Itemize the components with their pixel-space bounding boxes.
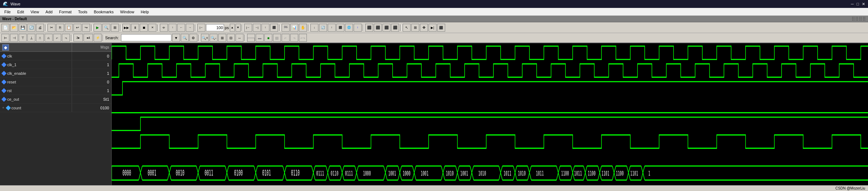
- tb-btn-f[interactable]: 📊: [290, 24, 298, 32]
- sim-btn2[interactable]: ⏸: [131, 24, 139, 32]
- menu-tools[interactable]: Tools: [75, 9, 90, 15]
- drag-btn[interactable]: ✥: [420, 24, 428, 32]
- add-cursor1[interactable]: 3▸: [73, 34, 83, 42]
- wave-btn1[interactable]: ⌯: [160, 24, 168, 32]
- cursor-btn3[interactable]: ↑: [328, 24, 336, 32]
- zoom-out-btn[interactable]: 🔍-: [210, 34, 218, 42]
- menu-format[interactable]: Format: [56, 9, 75, 15]
- more-btn[interactable]: ⬛: [437, 24, 445, 32]
- menu-help[interactable]: Help: [138, 9, 152, 15]
- add-cursor2[interactable]: ◂4: [84, 34, 93, 42]
- signal-name-clk: clk: [0, 52, 72, 60]
- expand-icon-count[interactable]: +: [2, 106, 4, 110]
- nav-btn4[interactable]: ⬛: [391, 24, 399, 32]
- nav-btn3[interactable]: ⬛: [382, 24, 390, 32]
- zoom-fit-btn[interactable]: ⊞: [218, 34, 226, 42]
- zoom-custom-btn[interactable]: ↔: [236, 34, 243, 42]
- add-cursor3[interactable]: ⚡: [94, 34, 102, 42]
- sim-btn1[interactable]: ▶▶: [122, 24, 130, 32]
- sim-btn3[interactable]: ⏹: [140, 24, 148, 32]
- menu-window[interactable]: Window: [117, 9, 137, 15]
- align-btn3[interactable]: ⊤: [19, 34, 27, 42]
- search-go1[interactable]: 🔍: [181, 34, 189, 42]
- waveform-style7[interactable]: ⌐¬: [299, 34, 307, 42]
- wave-btn4[interactable]: →: [186, 24, 194, 32]
- wave-shape1[interactable]: ⎍: [36, 34, 44, 42]
- minimize-button[interactable]: ─: [851, 2, 854, 6]
- tb-btn-e[interactable]: 🏁: [282, 24, 290, 32]
- paste-button[interactable]: 📋: [65, 24, 73, 32]
- waveform-style6[interactable]: ¬: [290, 34, 298, 42]
- signal-row-reset[interactable]: reset 0: [0, 78, 111, 86]
- menu-edit[interactable]: Edit: [14, 9, 27, 15]
- tb-btn-c[interactable]: ↑: [261, 24, 269, 32]
- waveform-area[interactable]: 0000 0001 0010 0011: [112, 43, 868, 185]
- cursor-btn6[interactable]: ↑: [354, 24, 362, 32]
- cursor-btn1[interactable]: ↓: [310, 24, 318, 32]
- redo-button[interactable]: ↪: [82, 24, 90, 32]
- open-button[interactable]: 📂: [10, 24, 18, 32]
- resize-handle[interactable]: ⠿⠿⠿⠿: [851, 16, 866, 22]
- wave-btn2[interactable]: ↑: [169, 24, 176, 32]
- zoom-area-btn[interactable]: ⊞: [411, 24, 419, 32]
- menu-bookmarks[interactable]: Bookmarks: [91, 9, 116, 15]
- zoom-full-btn[interactable]: ⊟: [227, 34, 235, 42]
- wave-shape2[interactable]: ⎌: [45, 34, 53, 42]
- search-dropdown[interactable]: ▼: [172, 34, 180, 42]
- signal-row-ce-out[interactable]: ce_out St1: [0, 95, 111, 104]
- wave-shape4[interactable]: ¬: [62, 34, 70, 42]
- signal-row-clk[interactable]: clk 0: [0, 52, 111, 60]
- insert-btn[interactable]: ▶|: [429, 24, 437, 32]
- nav-btn1[interactable]: ⬛: [365, 24, 373, 32]
- nav-btn2[interactable]: ⬛: [374, 24, 382, 32]
- cut-button[interactable]: ✂: [48, 24, 55, 32]
- tb-btn-b[interactable]: →|: [253, 24, 261, 32]
- time-up-btn[interactable]: ▲: [230, 24, 235, 32]
- tb-btn-a[interactable]: |←: [244, 24, 252, 32]
- signal-name-clk-enable: clk_enable: [0, 69, 72, 77]
- waveform-style5[interactable]: ⌐: [282, 34, 290, 42]
- sep2: [91, 24, 93, 32]
- search-input[interactable]: [121, 34, 171, 41]
- align-btn2[interactable]: ⊣: [10, 34, 18, 42]
- zoom-in-btn[interactable]: 🔍+: [201, 34, 209, 42]
- cursor-btn4[interactable]: ⬛: [336, 24, 344, 32]
- print-button[interactable]: 🖨: [36, 24, 44, 32]
- time-down-btn[interactable]: ▼: [236, 24, 241, 32]
- pointer-btn[interactable]: ↖: [403, 24, 411, 32]
- cursor-btn2[interactable]: 🔄: [319, 24, 327, 32]
- find-button[interactable]: 🔍: [102, 24, 110, 32]
- align-btn1[interactable]: ⊢: [1, 34, 9, 42]
- wave-btn3[interactable]: ←: [177, 24, 185, 32]
- signal-row-clk1[interactable]: clk_1 1: [0, 60, 111, 69]
- time-btn1[interactable]: |←: [197, 24, 205, 32]
- new-button[interactable]: 📄: [1, 24, 9, 32]
- time-input[interactable]: [206, 24, 224, 31]
- waveform-style1[interactable]: ┌─┐: [247, 34, 255, 42]
- close-button[interactable]: ✕: [862, 2, 865, 6]
- menu-file[interactable]: File: [1, 9, 14, 15]
- signal-row-rst[interactable]: rst 1: [0, 86, 111, 95]
- cursor-btn5[interactable]: 🌐: [345, 24, 353, 32]
- menu-bar: File Edit View Add Format Tools Bookmark…: [0, 8, 868, 16]
- grid-button[interactable]: ⊞: [111, 24, 119, 32]
- menu-view[interactable]: View: [28, 9, 42, 15]
- tb-btn-d[interactable]: ⬛: [270, 24, 278, 32]
- signal-row-count[interactable]: + count 0100: [0, 104, 111, 112]
- copy-button[interactable]: ⎘: [56, 24, 64, 32]
- align-btn4[interactable]: ⊥: [27, 34, 35, 42]
- waveform-style3[interactable]: ■: [264, 34, 272, 42]
- search-go2[interactable]: ⚙: [189, 34, 197, 42]
- run-button[interactable]: ▶: [94, 24, 102, 32]
- undo-button[interactable]: ↩: [73, 24, 81, 32]
- waveform-style4[interactable]: ▤: [273, 34, 281, 42]
- menu-add[interactable]: Add: [42, 9, 55, 15]
- save-button[interactable]: 💾: [19, 24, 27, 32]
- maximize-button[interactable]: □: [856, 2, 859, 6]
- refresh-button[interactable]: 🔄: [27, 24, 35, 32]
- wave-shape3[interactable]: ⌐: [53, 34, 61, 42]
- signal-row-clk-enable[interactable]: clk_enable 1: [0, 69, 111, 78]
- tb-btn-g[interactable]: ✋: [299, 24, 307, 32]
- waveform-style2[interactable]: ▬: [256, 34, 264, 42]
- sim-btn4[interactable]: ✕: [148, 24, 156, 32]
